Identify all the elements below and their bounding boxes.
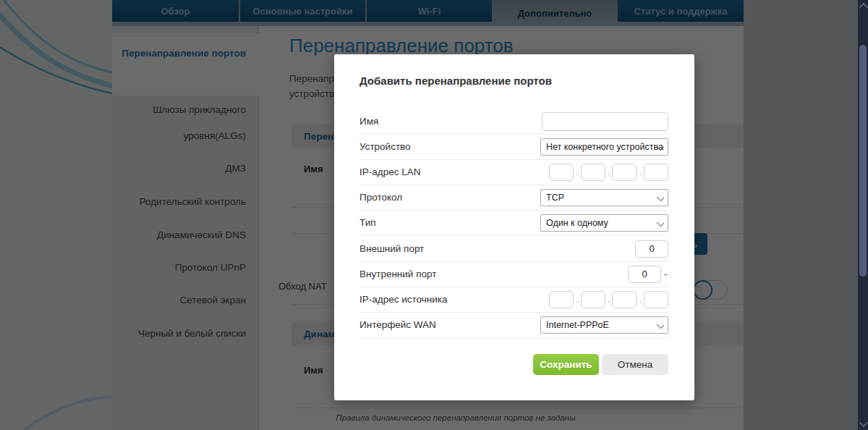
name-input[interactable]: [542, 112, 668, 131]
name-label: Имя: [359, 116, 378, 127]
ip-dot: .: [608, 294, 610, 305]
form-row-type: Тип Один к одному: [359, 210, 668, 236]
ip-lan-label: IP-адрес LAN: [359, 166, 420, 177]
type-select-value: Один к одному: [546, 218, 608, 228]
scrollbar: [858, 0, 868, 430]
form-row-external-port: Внешний порт: [359, 236, 668, 262]
ip-dot: .: [639, 166, 642, 177]
cancel-button[interactable]: Отмена: [602, 354, 668, 375]
protocol-label: Протокол: [359, 192, 402, 203]
form-row-protocol: Протокол TCP: [359, 185, 668, 211]
ip-dot: .: [639, 294, 642, 305]
form-row-ip-source: IP-адрес источника . . .: [359, 287, 668, 313]
chevron-down-icon: [657, 321, 664, 328]
ip-dot: .: [576, 166, 579, 177]
ip-source-octet-4[interactable]: [644, 291, 668, 308]
router-admin-page: Обзор Основные настройки Wi-Fi Дополните…: [0, 0, 868, 430]
form-row-wan-interface: Интерфейс WAN Internet-PPPoE: [359, 312, 668, 338]
port-range-dash: -: [664, 269, 668, 279]
internal-port-label: Внутренний порт: [359, 269, 436, 279]
type-select[interactable]: Один к одному: [540, 214, 668, 232]
wan-interface-select[interactable]: Internet-PPPoE: [540, 316, 668, 334]
form-row-name: Имя: [359, 109, 668, 135]
form-row-device: Устройство Нет конкретного устройства: [359, 134, 668, 160]
ip-source-label: IP-адрес источника: [359, 294, 447, 305]
device-label: Устройство: [359, 141, 411, 152]
protocol-select-value: TCP: [546, 193, 564, 203]
chevron-down-icon: [657, 193, 664, 201]
dialog-title: Добавить перенаправление портов: [359, 75, 552, 87]
wan-interface-label: Интерфейс WAN: [359, 319, 436, 330]
protocol-select[interactable]: TCP: [540, 189, 668, 206]
ip-dot: .: [608, 166, 610, 177]
scroll-down-icon[interactable]: [859, 418, 867, 426]
form-row-ip-lan: IP-адрес LAN . . .: [359, 159, 668, 185]
external-port-label: Внешний порт: [359, 243, 424, 254]
scroll-up-icon[interactable]: [859, 3, 867, 11]
form-row-internal-port: Внутренний порт -: [359, 261, 668, 287]
scrollbar-thumb[interactable]: [859, 45, 867, 277]
save-button[interactable]: Сохранить: [533, 354, 599, 375]
ip-lan-octet-1[interactable]: [549, 164, 574, 181]
ip-source-octet-1[interactable]: [549, 291, 574, 308]
wan-interface-select-value: Internet-PPPoE: [546, 320, 609, 330]
device-select-value: Нет конкретного устройства: [546, 142, 663, 152]
external-port-input[interactable]: [635, 240, 668, 258]
chevron-down-icon: [657, 219, 664, 226]
ip-source-octet-2[interactable]: [581, 291, 605, 308]
internal-port-input[interactable]: [628, 266, 661, 283]
add-port-forwarding-dialog: Добавить перенаправление портов Имя Устр…: [334, 54, 694, 400]
ip-dot: .: [576, 294, 579, 305]
ip-lan-octet-2[interactable]: [581, 164, 605, 181]
ip-source-octet-3[interactable]: [612, 291, 637, 308]
device-select[interactable]: Нет конкретного устройства: [540, 138, 668, 156]
type-label: Тип: [359, 217, 376, 228]
ip-lan-octet-3[interactable]: [612, 164, 637, 181]
ip-lan-octet-4[interactable]: [644, 164, 668, 181]
